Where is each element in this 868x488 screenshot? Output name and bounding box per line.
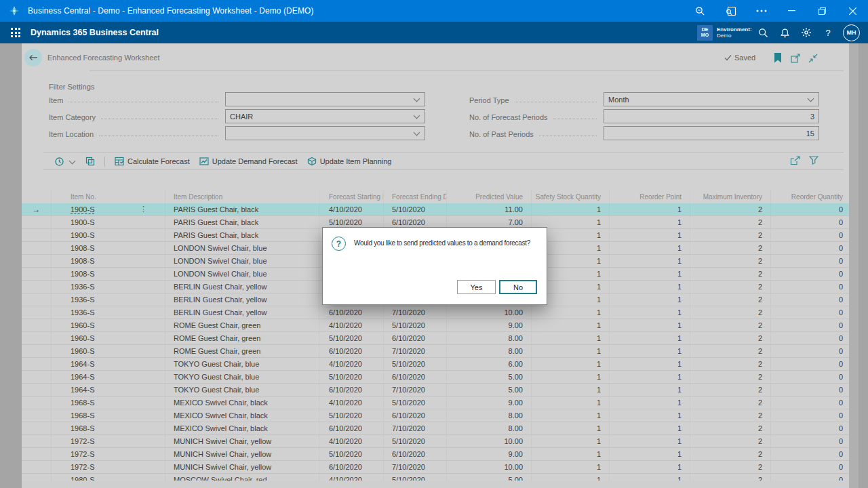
cell-forecast-ending-date[interactable]: 7/10/2020 bbox=[383, 345, 446, 357]
cell-item-description[interactable]: BERLIN Guest Chair, yellow bbox=[165, 281, 319, 293]
cell-forecast-starting-date[interactable]: 4/10/2020 bbox=[319, 396, 383, 409]
cell-maximum-inventory[interactable]: 2 bbox=[690, 242, 770, 254]
cell-safety-stock-quantity[interactable]: 1 bbox=[531, 306, 609, 319]
cell-safety-stock-quantity[interactable]: 1 bbox=[531, 345, 609, 357]
row-selector[interactable]: → bbox=[22, 281, 51, 293]
cell-reorder-point[interactable]: 1 bbox=[609, 306, 690, 319]
cell-reorder-quantity[interactable]: 0 bbox=[770, 474, 849, 481]
row-selector[interactable]: → bbox=[22, 461, 51, 473]
col-header-reorder-quantity[interactable]: Reorder Quantity bbox=[770, 190, 849, 203]
cell-maximum-inventory[interactable]: 2 bbox=[690, 332, 770, 344]
table-row[interactable]: → 1960-S⋮ ROME Guest Chair, green 4/10/2… bbox=[22, 319, 849, 332]
cell-maximum-inventory[interactable]: 2 bbox=[690, 319, 770, 331]
cell-safety-stock-quantity[interactable]: 1 bbox=[531, 396, 609, 409]
row-selector[interactable]: → bbox=[22, 435, 51, 447]
update-item-planning-button[interactable]: Update Item Planning bbox=[307, 157, 392, 166]
table-row[interactable]: → 1960-S⋮ ROME Guest Chair, green 6/10/2… bbox=[22, 345, 849, 358]
cell-reorder-quantity[interactable]: 0 bbox=[770, 409, 849, 422]
table-row[interactable]: → 1964-S⋮ TOKYO Guest Chair, blue 5/10/2… bbox=[22, 371, 849, 384]
cell-item-no[interactable]: 1960-S⋮ bbox=[51, 332, 165, 344]
cell-item-description[interactable]: PARIS Guest Chair, black bbox=[165, 229, 319, 241]
row-selector[interactable]: → bbox=[22, 293, 51, 306]
cell-item-no[interactable]: 1936-S⋮ bbox=[51, 293, 165, 306]
row-selector[interactable]: → bbox=[22, 306, 51, 319]
yes-button[interactable]: Yes bbox=[457, 280, 496, 294]
period-type-dropdown[interactable]: Month bbox=[604, 92, 819, 106]
cell-reorder-quantity[interactable]: 0 bbox=[770, 448, 849, 460]
cell-reorder-point[interactable]: 1 bbox=[609, 435, 690, 447]
cell-forecast-starting-date[interactable]: 4/10/2020 bbox=[319, 203, 383, 216]
cell-predicted-value[interactable]: 9.00 bbox=[446, 319, 531, 331]
cell-item-no[interactable]: 1972-S⋮ bbox=[51, 448, 165, 460]
row-selector[interactable]: → bbox=[22, 229, 51, 241]
cell-safety-stock-quantity[interactable]: 1 bbox=[531, 409, 609, 422]
cell-item-description[interactable]: PARIS Guest Chair, black bbox=[165, 203, 319, 216]
vertical-scrollbar[interactable] bbox=[849, 43, 859, 488]
cell-maximum-inventory[interactable]: 2 bbox=[690, 203, 770, 216]
cell-item-no[interactable]: 1908-S⋮ bbox=[51, 255, 165, 267]
cell-safety-stock-quantity[interactable]: 1 bbox=[531, 422, 609, 434]
cell-reorder-quantity[interactable]: 0 bbox=[770, 461, 849, 473]
forecast-periods-input[interactable]: 3 bbox=[604, 109, 819, 123]
row-selector[interactable]: → bbox=[22, 384, 51, 396]
cell-maximum-inventory[interactable]: 2 bbox=[690, 306, 770, 319]
cell-reorder-quantity[interactable]: 0 bbox=[770, 422, 849, 434]
cell-forecast-starting-date[interactable]: 4/10/2020 bbox=[319, 474, 383, 481]
col-header-item-no[interactable]: Item No. bbox=[51, 190, 165, 203]
cell-item-description[interactable]: MEXICO Swivel Chair, black bbox=[165, 409, 319, 422]
cell-safety-stock-quantity[interactable]: 1 bbox=[531, 332, 609, 344]
cell-item-description[interactable]: PARIS Guest Chair, black bbox=[165, 216, 319, 228]
search-in-window-icon[interactable] bbox=[715, 0, 746, 22]
cell-reorder-quantity[interactable]: 0 bbox=[770, 281, 849, 293]
cell-item-description[interactable]: MOSCOW Swivel Chair, red bbox=[165, 474, 319, 481]
cell-item-description[interactable]: LONDON Swivel Chair, blue bbox=[165, 268, 319, 280]
item-filter-dropdown[interactable] bbox=[225, 92, 425, 106]
row-selector[interactable]: → bbox=[22, 474, 51, 481]
help-icon[interactable]: ? bbox=[817, 22, 839, 43]
calculate-forecast-button[interactable]: Calculate Forecast bbox=[115, 157, 190, 166]
cell-reorder-quantity[interactable]: 0 bbox=[770, 345, 849, 357]
cell-forecast-ending-date[interactable]: 5/10/2020 bbox=[383, 358, 446, 370]
table-row[interactable]: → 1936-S⋮ BERLIN Guest Chair, yellow 6/1… bbox=[22, 306, 849, 319]
cell-predicted-value[interactable]: 8.00 bbox=[446, 345, 531, 357]
cell-item-description[interactable]: TOKYO Guest Chair, blue bbox=[165, 371, 319, 383]
col-header-maximum-inventory[interactable]: Maximum Inventory bbox=[690, 190, 770, 203]
cell-forecast-ending-date[interactable]: 7/10/2020 bbox=[383, 306, 446, 319]
cell-reorder-point[interactable]: 1 bbox=[609, 409, 690, 422]
cell-item-description[interactable]: MEXICO Swivel Chair, black bbox=[165, 422, 319, 434]
col-header-forecast-starting-date[interactable]: Forecast Starting Date bbox=[319, 190, 383, 203]
cell-item-description[interactable]: MUNICH Swivel Chair, yellow bbox=[165, 461, 319, 473]
cell-predicted-value[interactable]: 5.00 bbox=[446, 384, 531, 396]
row-selector[interactable]: → bbox=[22, 319, 51, 331]
cell-item-description[interactable]: ROME Guest Chair, green bbox=[165, 319, 319, 331]
cell-forecast-ending-date[interactable]: 6/10/2020 bbox=[383, 409, 446, 422]
cell-item-description[interactable]: TOKYO Guest Chair, blue bbox=[165, 384, 319, 396]
cell-safety-stock-quantity[interactable]: 1 bbox=[531, 371, 609, 383]
cell-forecast-ending-date[interactable]: 5/10/2020 bbox=[383, 203, 446, 216]
cell-reorder-point[interactable]: 1 bbox=[609, 396, 690, 409]
cell-maximum-inventory[interactable]: 2 bbox=[690, 448, 770, 460]
cell-reorder-point[interactable]: 1 bbox=[609, 461, 690, 473]
table-row[interactable]: → 1972-S⋮ MUNICH Swivel Chair, yellow 5/… bbox=[22, 448, 849, 461]
cell-predicted-value[interactable]: 10.00 bbox=[446, 306, 531, 319]
table-row[interactable]: → 1968-S⋮ MEXICO Swivel Chair, black 4/1… bbox=[22, 396, 849, 409]
cell-safety-stock-quantity[interactable]: 1 bbox=[531, 461, 609, 473]
cell-maximum-inventory[interactable]: 2 bbox=[690, 384, 770, 396]
cell-safety-stock-quantity[interactable]: 1 bbox=[531, 384, 609, 396]
table-row[interactable]: → 1980-S⋮ MOSCOW Swivel Chair, red 4/10/… bbox=[22, 474, 849, 481]
cell-predicted-value[interactable]: 9.00 bbox=[446, 448, 531, 460]
cell-item-no[interactable]: 1908-S⋮ bbox=[51, 268, 165, 280]
cell-reorder-quantity[interactable]: 0 bbox=[770, 371, 849, 383]
back-button[interactable] bbox=[24, 49, 42, 66]
cell-maximum-inventory[interactable]: 2 bbox=[690, 474, 770, 481]
copy-button[interactable] bbox=[85, 157, 95, 166]
cell-maximum-inventory[interactable]: 2 bbox=[690, 268, 770, 280]
cell-forecast-starting-date[interactable]: 5/10/2020 bbox=[319, 371, 383, 383]
cell-forecast-starting-date[interactable]: 4/10/2020 bbox=[319, 358, 383, 370]
cell-predicted-value[interactable]: 9.00 bbox=[446, 396, 531, 409]
cell-forecast-starting-date[interactable]: 6/10/2020 bbox=[319, 422, 383, 434]
cell-reorder-point[interactable]: 1 bbox=[609, 229, 690, 241]
cell-reorder-quantity[interactable]: 0 bbox=[770, 358, 849, 370]
automate-menu-button[interactable] bbox=[54, 157, 76, 167]
filter-funnel-icon[interactable] bbox=[809, 156, 818, 165]
